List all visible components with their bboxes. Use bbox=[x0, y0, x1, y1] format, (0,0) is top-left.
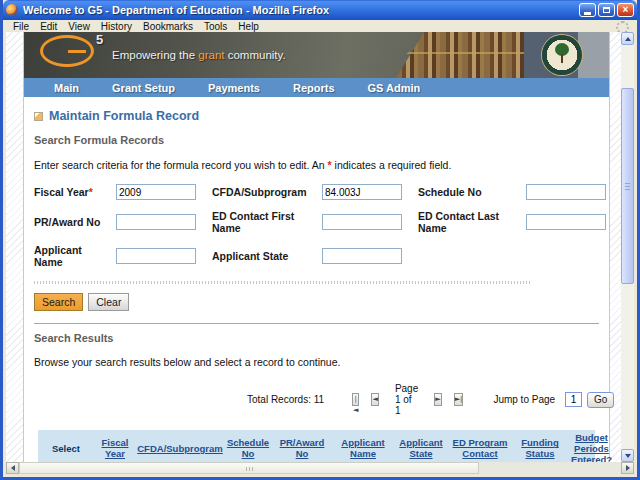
minimize-button[interactable] bbox=[579, 3, 596, 17]
column-header-cfda-subprogram[interactable]: CFDA/Subprogram bbox=[136, 430, 224, 462]
fiscal-year-label: Fiscal Year* bbox=[34, 186, 106, 198]
column-label-cfda-subprogram[interactable]: CFDA/Subprogram bbox=[137, 444, 223, 455]
last-page-button[interactable]: ►| bbox=[454, 393, 464, 406]
page-title-icon bbox=[34, 112, 43, 121]
ed-contact-last-name-label: ED Contact Last Name bbox=[418, 210, 516, 234]
menu-edit[interactable]: Edit bbox=[40, 21, 57, 32]
cfda-subprogram-input[interactable] bbox=[322, 184, 402, 200]
pagination-bar: Total Records: 11 |◄ ◄ Page 1 of 1 ► ►| … bbox=[34, 383, 599, 416]
total-records-count: 11 bbox=[314, 394, 324, 405]
column-label-ed-program-contact[interactable]: ED Program Contact bbox=[449, 438, 511, 460]
column-label-applicant-state[interactable]: Applicant State bbox=[395, 438, 447, 460]
menu-bar: FileEditViewHistoryBookmarksToolsHelp bbox=[6, 20, 634, 32]
scroll-up-button[interactable] bbox=[621, 32, 634, 45]
ed-contact-first-name-label: ED Contact First Name bbox=[212, 210, 312, 234]
firefox-icon bbox=[6, 4, 18, 16]
column-header-select: Select bbox=[38, 430, 94, 462]
applicant-state-input[interactable] bbox=[322, 248, 402, 264]
nav-bar: MainGrant SetupPaymentsReportsGS Admin bbox=[24, 78, 609, 97]
cfda-subprogram-label: CFDA/Subprogram bbox=[212, 186, 312, 198]
column-header-fiscal-year[interactable]: Fiscal Year bbox=[94, 430, 136, 462]
applicant-state-label: Applicant State bbox=[212, 250, 312, 262]
applicant-name-label: Applicant Name bbox=[34, 244, 106, 268]
arrow-left-icon bbox=[11, 465, 15, 471]
page-content: 5 Empowering the grant community. MainGr… bbox=[23, 32, 610, 462]
next-page-button[interactable]: ► bbox=[434, 393, 441, 406]
results-table: SelectFiscal YearCFDA/SubprogramSchedule… bbox=[38, 430, 595, 462]
nav-item-main[interactable]: Main bbox=[54, 82, 79, 94]
page-viewport: 5 Empowering the grant community. MainGr… bbox=[6, 32, 621, 462]
column-label-fiscal-year[interactable]: Fiscal Year bbox=[95, 438, 135, 460]
menu-bookmarks[interactable]: Bookmarks bbox=[143, 21, 193, 32]
applicant-name-input[interactable] bbox=[116, 248, 196, 264]
column-header-budget-periods-entered[interactable]: Budget Periods Entered? bbox=[568, 430, 615, 462]
menu-file[interactable]: File bbox=[13, 21, 29, 32]
scroll-right-button[interactable] bbox=[621, 462, 634, 474]
column-label-pr-award-no[interactable]: PR/Award No bbox=[273, 438, 331, 460]
menu-view[interactable]: View bbox=[68, 21, 90, 32]
schedule-no-label: Schedule No bbox=[418, 186, 516, 198]
first-page-button[interactable]: |◄ bbox=[352, 393, 359, 406]
column-header-ed-program-contact[interactable]: ED Program Contact bbox=[448, 430, 512, 462]
go-button[interactable]: Go bbox=[587, 392, 614, 408]
close-icon: × bbox=[623, 5, 629, 15]
restore-icon bbox=[603, 7, 610, 13]
column-label-schedule-no[interactable]: Schedule No bbox=[225, 438, 271, 460]
bookshelf-shelf-line bbox=[396, 52, 524, 54]
column-header-schedule-no[interactable]: Schedule No bbox=[224, 430, 272, 462]
menu-help[interactable]: Help bbox=[238, 21, 259, 32]
column-label-budget-periods-entered[interactable]: Budget Periods Entered? bbox=[569, 433, 614, 462]
g5-logo-5: 5 bbox=[96, 32, 103, 47]
results-table-header: SelectFiscal YearCFDA/SubprogramSchedule… bbox=[38, 430, 595, 462]
g5-banner: 5 Empowering the grant community. bbox=[24, 32, 609, 78]
vertical-scrollbar[interactable] bbox=[621, 32, 634, 462]
total-records: Total Records: 11 bbox=[247, 394, 324, 405]
jump-to-page-input[interactable] bbox=[565, 392, 582, 407]
schedule-no-input[interactable] bbox=[526, 184, 606, 200]
search-instruction: Enter search criteria for the formula re… bbox=[34, 159, 599, 171]
page-title: Maintain Formula Record bbox=[49, 109, 199, 123]
restore-button[interactable] bbox=[598, 3, 615, 17]
clear-button[interactable]: Clear bbox=[88, 293, 129, 311]
column-label-select: Select bbox=[52, 444, 80, 455]
search-button[interactable]: Search bbox=[34, 293, 83, 311]
section-divider bbox=[34, 323, 599, 324]
results-section-heading: Search Results bbox=[34, 332, 599, 344]
scroll-down-button[interactable] bbox=[621, 449, 634, 462]
close-button[interactable]: × bbox=[617, 3, 634, 17]
search-section-heading: Search Formula Records bbox=[34, 134, 599, 146]
education-seal-icon bbox=[542, 35, 582, 75]
nav-item-grant-setup[interactable]: Grant Setup bbox=[112, 82, 175, 94]
column-header-applicant-name[interactable]: Applicant Name bbox=[332, 430, 394, 462]
scroll-left-button[interactable] bbox=[6, 462, 19, 474]
arrow-up-icon bbox=[625, 37, 631, 41]
column-header-pr-award-no[interactable]: PR/Award No bbox=[272, 430, 332, 462]
column-label-applicant-name[interactable]: Applicant Name bbox=[333, 438, 393, 460]
g5-logo-bar bbox=[68, 50, 86, 53]
banner-tagline: Empowering the grant community. bbox=[112, 49, 286, 61]
jump-to-page-label: Jump to Page bbox=[493, 394, 555, 405]
menu-tools[interactable]: Tools bbox=[204, 21, 227, 32]
window-title: Welcome to G5 - Department of Education … bbox=[23, 4, 329, 16]
menu-history[interactable]: History bbox=[101, 21, 132, 32]
seal-tree-trunk bbox=[561, 54, 563, 63]
prev-page-button[interactable]: ◄ bbox=[371, 393, 378, 406]
fiscal-year-input[interactable] bbox=[116, 184, 196, 200]
page-indicator: Page 1 of 1 bbox=[395, 383, 418, 416]
horizontal-scroll-thumb[interactable] bbox=[19, 462, 479, 474]
vertical-scroll-thumb[interactable] bbox=[621, 88, 634, 284]
title-bar[interactable]: Welcome to G5 - Department of Education … bbox=[3, 0, 637, 20]
minimize-icon bbox=[584, 12, 591, 15]
nav-item-reports[interactable]: Reports bbox=[293, 82, 335, 94]
column-label-funding-status[interactable]: Funding Status bbox=[513, 438, 567, 460]
ed-contact-first-name-input[interactable] bbox=[322, 214, 402, 230]
ed-contact-last-name-input[interactable] bbox=[526, 214, 606, 230]
pr-award-no-input[interactable] bbox=[116, 214, 196, 230]
pr-award-no-label: PR/Award No bbox=[34, 216, 106, 228]
results-instruction: Browse your search results below and sel… bbox=[34, 356, 599, 368]
nav-item-gs-admin[interactable]: GS Admin bbox=[368, 82, 421, 94]
nav-item-payments[interactable]: Payments bbox=[208, 82, 260, 94]
column-header-funding-status[interactable]: Funding Status bbox=[512, 430, 568, 462]
horizontal-scrollbar[interactable] bbox=[6, 462, 634, 474]
column-header-applicant-state[interactable]: Applicant State bbox=[394, 430, 448, 462]
